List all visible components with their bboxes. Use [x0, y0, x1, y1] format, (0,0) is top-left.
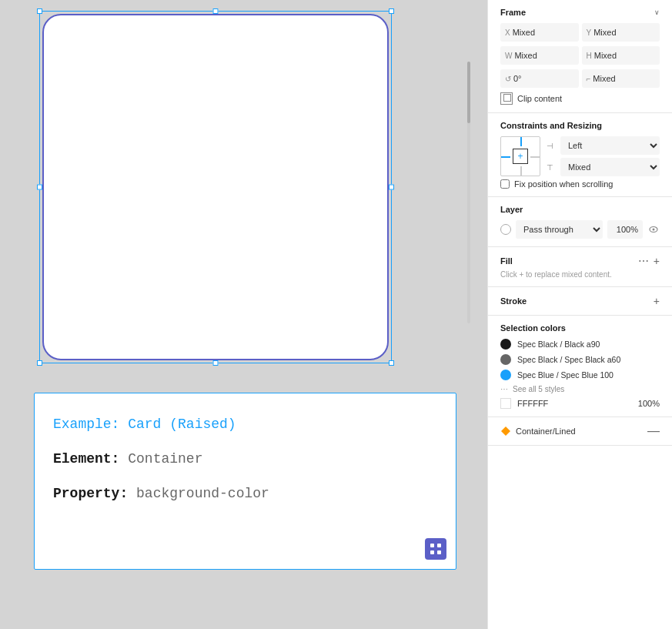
opacity-input[interactable]	[607, 220, 643, 239]
clip-content-label: Clip content	[517, 94, 562, 103]
code-property-line: Property: background-color	[53, 484, 437, 504]
vertical-constraint-icon: ⊤	[547, 163, 557, 172]
svg-rect-2	[430, 550, 434, 554]
fix-position-label: Fix position when scrolling	[514, 179, 613, 189]
wh-row: W Mixed H Mixed	[500, 46, 660, 65]
layer-title: Layer	[500, 205, 523, 214]
code-title-line: Example: Card (Raised)	[53, 415, 437, 434]
selection-colors-title: Selection colors	[500, 323, 566, 333]
w-value: Mixed	[514, 51, 537, 60]
xy-row: X Mixed Y Mixed	[500, 23, 660, 42]
rotation-value: 0°	[513, 74, 522, 83]
component-detach-button[interactable]: —	[647, 425, 660, 437]
layer-row: Pass through Normal Multiply Screen Over…	[500, 220, 660, 239]
fill-note: Click + to replace mixed content.	[500, 270, 660, 279]
color-name-2: Spec Black / Spec Black a60	[517, 355, 660, 364]
fix-position-checkbox[interactable]	[500, 179, 510, 189]
fill-add-button[interactable]: +	[654, 255, 660, 267]
constraints-line-right	[530, 156, 540, 158]
code-title-text: Example: Card (Raised)	[53, 417, 236, 432]
y-prop: Y Mixed	[582, 23, 660, 42]
constraints-selects: ⊣ Left Right Center Scale Stretch ⊤ Mixe…	[547, 136, 660, 176]
x-label: X	[505, 28, 510, 37]
code-property-value: background-color	[136, 486, 269, 501]
color-opacity-value: 100%	[638, 399, 660, 408]
component-section: Container/Lined —	[488, 417, 672, 446]
see-all-label: See all 5 styles	[513, 385, 564, 393]
frame-header: Frame ∨	[500, 8, 660, 17]
constraints-title: Constraints and Resizing	[500, 121, 602, 130]
clip-content-row: Clip content	[500, 92, 660, 105]
color-item-3: Spec Blue / Spec Blue 100	[500, 370, 660, 380]
rotation-corner-row: ↺ 0° ⌐ Mixed	[500, 69, 660, 88]
fill-header: Fill ⋯ +	[500, 255, 660, 267]
right-panel: Frame ∨ X Mixed Y Mixed W Mixed H Mixed	[487, 0, 672, 629]
color-swatch-2	[500, 354, 511, 365]
constraints-diagram	[500, 136, 540, 176]
constraints-line-top	[520, 137, 522, 146]
fix-position-row: Fix position when scrolling	[500, 179, 660, 189]
h-label: H	[587, 52, 592, 60]
fill-actions: ⋯ +	[638, 255, 660, 267]
corner-radius-value: Mixed	[593, 74, 615, 83]
see-all-styles-link[interactable]: ⋯ See all 5 styles	[500, 385, 660, 393]
code-panel-icon-button[interactable]	[425, 538, 446, 560]
hex-color-swatch	[500, 398, 511, 409]
vertical-constraint-row: ⊤ Mixed Top Bottom Center Scale	[547, 158, 660, 176]
stroke-section: Stroke +	[488, 287, 672, 316]
code-element-line: Element: Container	[53, 450, 437, 469]
component-icon	[500, 426, 511, 437]
stroke-header: Stroke +	[500, 295, 660, 307]
code-panel: Example: Card (Raised) Element: Containe…	[34, 393, 456, 570]
corner-radius-prop: ⌐ Mixed	[582, 69, 660, 88]
color-swatch-3	[500, 370, 511, 380]
frame-collapse-arrow[interactable]: ∨	[654, 8, 660, 16]
selection-colors-header: Selection colors	[500, 323, 660, 333]
fill-options-button[interactable]: ⋯	[638, 255, 649, 267]
scrollbar-thumb[interactable]	[467, 62, 470, 123]
horizontal-constraint-icon: ⊣	[547, 142, 557, 150]
frame-title: Frame	[500, 8, 526, 17]
fill-section: Fill ⋯ + Click + to replace mixed conten…	[488, 247, 672, 287]
x-prop: X Mixed	[500, 23, 579, 42]
see-all-dots: ⋯	[500, 385, 508, 393]
blend-mode-select[interactable]: Pass through Normal Multiply Screen Over…	[516, 220, 603, 239]
hex-color-row: FFFFFF 100%	[500, 398, 660, 409]
visibility-toggle[interactable]	[647, 223, 660, 236]
color-name-3: Spec Blue / Spec Blue 100	[517, 370, 660, 380]
w-label: W	[505, 52, 512, 60]
scrollbar-track	[467, 62, 470, 323]
color-name-1: Spec Black / Black a90	[517, 340, 660, 349]
h-value: Mixed	[594, 51, 617, 60]
color-item-2: Spec Black / Spec Black a60	[500, 354, 660, 365]
rotation-icon: ↺	[505, 75, 511, 83]
layer-section: Layer Pass through Normal Multiply Scree…	[488, 197, 672, 247]
constraints-line-bottom	[520, 166, 522, 176]
component-row: Container/Lined —	[500, 425, 660, 437]
color-swatch-1	[500, 339, 511, 350]
corner-radius-icon: ⌐	[587, 75, 591, 83]
y-value: Mixed	[593, 28, 616, 37]
svg-rect-1	[437, 544, 441, 547]
stroke-add-button[interactable]: +	[654, 295, 660, 307]
color-item-1: Spec Black / Black a90	[500, 339, 660, 350]
fill-title: Fill	[500, 256, 513, 266]
grid-icon	[430, 543, 442, 555]
stroke-title: Stroke	[500, 296, 527, 306]
frame-section: Frame ∨ X Mixed Y Mixed W Mixed H Mixed	[488, 0, 672, 113]
w-prop: W Mixed	[500, 46, 579, 65]
constraints-center-box	[513, 149, 528, 164]
clip-content-icon	[500, 92, 513, 105]
constraints-line-left	[501, 156, 510, 158]
stroke-actions: +	[654, 295, 660, 307]
h-prop: H Mixed	[582, 46, 660, 65]
vertical-constraint-select[interactable]: Mixed Top Bottom Center Scale	[560, 158, 660, 176]
card-frame[interactable]	[42, 14, 389, 360]
horizontal-constraint-row: ⊣ Left Right Center Scale Stretch	[547, 136, 660, 155]
constraints-row: ⊣ Left Right Center Scale Stretch ⊤ Mixe…	[500, 136, 660, 176]
y-label: Y	[587, 28, 592, 37]
blend-mode-icon	[500, 224, 511, 235]
horizontal-constraint-select[interactable]: Left Right Center Scale Stretch	[560, 136, 660, 155]
selection-colors-section: Selection colors Spec Black / Black a90 …	[488, 316, 672, 417]
code-element-value: Container	[128, 451, 202, 467]
